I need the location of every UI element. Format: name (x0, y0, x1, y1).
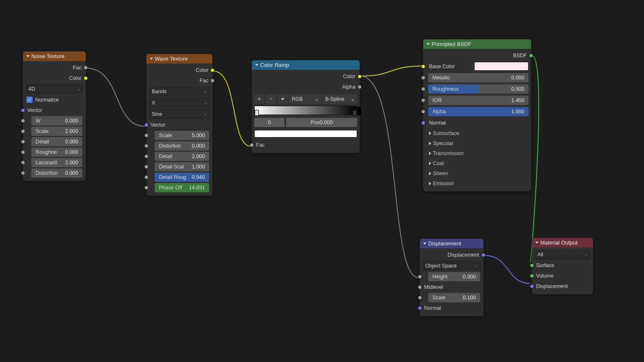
socket-midlevel-in[interactable] (418, 285, 422, 289)
target-dropdown[interactable]: All⌄ (534, 250, 590, 259)
input-metallic[interactable]: Metallic0.000 (426, 73, 529, 82)
input-distortion[interactable]: Distortion0.000 (26, 168, 83, 178)
interpolation-dropdown[interactable]: B-Spline⌄ (323, 94, 357, 104)
input-normal[interactable]: Normal (422, 303, 481, 313)
color-mode-dropdown[interactable]: RGB⌄ (289, 94, 321, 104)
node-header[interactable]: Noise Texture (23, 51, 86, 61)
dimensions-dropdown[interactable]: 4D⌄ (26, 84, 83, 94)
socket-displacement-in[interactable] (530, 284, 534, 288)
socket-alpha-out[interactable] (358, 85, 362, 89)
socket-basecolor-in[interactable] (421, 64, 425, 69)
input-scale[interactable]: Scale2.000 (26, 126, 83, 136)
socket-alpha-in[interactable] (421, 110, 425, 114)
socket-detail-in[interactable] (21, 140, 25, 144)
input-vector[interactable]: Vector (26, 105, 83, 115)
socket-scale-in[interactable] (21, 129, 25, 133)
stop-index-field[interactable]: 0 (254, 118, 284, 127)
node-principled-bsdf[interactable]: Principled BSDF BSDF Base Color Metallic… (423, 39, 531, 191)
gradient-bar[interactable] (254, 106, 357, 115)
input-detail-roughness[interactable]: Detail Roug0.540 (149, 172, 210, 182)
gradient-stop-1[interactable] (353, 110, 357, 116)
node-header[interactable]: Color Ramp (252, 60, 360, 70)
socket-distortion-in[interactable] (144, 144, 148, 148)
node-material-output[interactable]: Material Output All⌄ Surface Volume Disp… (532, 238, 593, 294)
space-dropdown[interactable]: Object Space⌄ (422, 261, 481, 270)
socket-scale-in[interactable] (418, 296, 422, 300)
remove-stop-button[interactable]: − (266, 94, 276, 104)
socket-fac-in[interactable] (250, 143, 254, 147)
socket-roughness-in[interactable] (21, 150, 25, 154)
input-vector[interactable]: Vector (149, 120, 210, 130)
input-detail[interactable]: Detail0.000 (26, 137, 83, 146)
output-bsdf[interactable]: BSDF (426, 51, 529, 60)
group-emission[interactable]: Emission (426, 179, 529, 188)
input-displacement[interactable]: Displacement (534, 281, 590, 291)
wave-profile-dropdown[interactable]: Sine⌄ (149, 109, 210, 119)
base-color-swatch[interactable] (474, 62, 529, 71)
node-wave-texture[interactable]: Wave Texture Color Fac Bands⌄ X⌄ Sine⌄ V… (146, 54, 212, 196)
group-sheen[interactable]: Sheen (426, 169, 529, 178)
input-detail[interactable]: Detail2.000 (149, 151, 210, 161)
ramp-menu-button[interactable] (278, 94, 288, 104)
group-subsurface[interactable]: Subsurface (426, 129, 529, 138)
input-height[interactable]: Height0.000 (422, 272, 481, 281)
input-alpha[interactable]: Alpha1.000 (426, 107, 529, 116)
socket-phase-in[interactable] (144, 186, 148, 190)
group-coat[interactable]: Coat (426, 159, 529, 168)
output-color[interactable]: Color (26, 73, 83, 83)
input-scale[interactable]: Scale5.000 (149, 130, 210, 140)
socket-ior-in[interactable] (421, 98, 425, 102)
socket-color-out[interactable] (358, 74, 362, 79)
socket-detailrough-in[interactable] (144, 175, 148, 179)
stop-color-swatch[interactable] (254, 130, 357, 138)
input-w[interactable]: W0.000 (26, 116, 83, 125)
socket-height-in[interactable] (418, 275, 422, 279)
normalize-checkbox[interactable]: ✓ Normalize (26, 95, 83, 105)
gradient-stop-0[interactable] (255, 110, 259, 116)
node-noise-texture[interactable]: Noise Texture Fac Color 4D⌄ ✓ Normalize … (23, 51, 86, 181)
socket-normal-in[interactable] (418, 306, 422, 310)
input-surface[interactable]: Surface (534, 260, 590, 270)
node-color-ramp[interactable]: Color Ramp Color Alpha + − RGB⌄ B-Spline… (252, 60, 360, 153)
input-base-color[interactable]: Base Color (426, 61, 529, 71)
node-header[interactable]: Principled BSDF (423, 39, 531, 49)
input-roughness[interactable]: Roughne0.000 (26, 147, 83, 157)
socket-volume-in[interactable] (530, 274, 534, 278)
node-header[interactable]: Wave Texture (146, 54, 212, 64)
input-distortion[interactable]: Distortion0.000 (149, 141, 210, 150)
socket-lacunarity-in[interactable] (21, 161, 25, 165)
input-detail-scale[interactable]: Detail Scal1.000 (149, 162, 210, 171)
input-phase-offset[interactable]: Phase Off14.031 (149, 183, 210, 192)
output-fac[interactable]: Fac (149, 76, 210, 85)
output-fac[interactable]: Fac (26, 63, 83, 72)
socket-vector-in[interactable] (21, 108, 25, 112)
node-displacement[interactable]: Displacement Displacement Object Space⌄ … (420, 239, 483, 316)
socket-distortion-in[interactable] (21, 171, 25, 175)
node-header[interactable]: Material Output (532, 238, 593, 247)
input-normal[interactable]: Normal (426, 118, 529, 127)
input-midlevel[interactable]: Midlevel (422, 282, 481, 292)
output-alpha[interactable]: Alpha (254, 82, 357, 92)
socket-bsdf-out[interactable] (529, 54, 533, 58)
socket-w-in[interactable] (21, 119, 25, 123)
add-stop-button[interactable]: + (254, 94, 264, 104)
node-header[interactable]: Displacement (420, 239, 483, 248)
socket-fac-out[interactable] (84, 66, 88, 70)
input-fac[interactable]: Fac (254, 140, 357, 150)
socket-roughness-in[interactable] (421, 87, 425, 91)
socket-surface-in[interactable] (530, 263, 534, 268)
socket-detailscale-in[interactable] (144, 165, 148, 169)
socket-color-out[interactable] (210, 68, 215, 72)
socket-detail-in[interactable] (144, 154, 148, 158)
socket-scale-in[interactable] (144, 133, 148, 138)
input-scale[interactable]: Scale0.100 (422, 293, 481, 302)
socket-vector-in[interactable] (144, 123, 148, 127)
input-lacunarity[interactable]: Lacunarit2.000 (26, 158, 83, 167)
socket-normal-in[interactable] (421, 121, 425, 125)
output-color[interactable]: Color (254, 71, 357, 81)
output-color[interactable]: Color (149, 65, 210, 75)
stop-position-field[interactable]: Pos 0.000 (286, 118, 357, 127)
output-displacement[interactable]: Displacement (422, 250, 481, 260)
group-specular[interactable]: Specular (426, 139, 529, 148)
input-ior[interactable]: IOR1.450 (426, 95, 529, 105)
